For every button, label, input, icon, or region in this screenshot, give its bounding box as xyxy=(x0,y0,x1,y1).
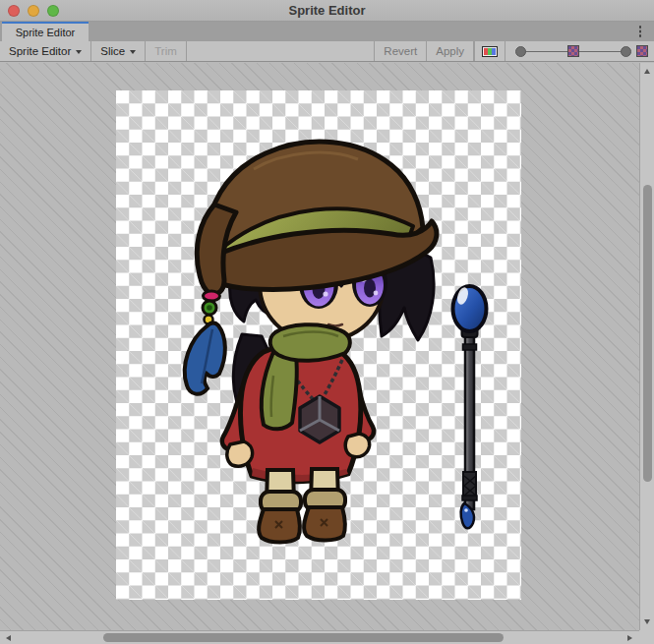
mip-texture-icon xyxy=(636,45,648,57)
mip-texture-icon xyxy=(567,45,579,57)
sprite-canvas[interactable] xyxy=(0,63,654,644)
rgb-alpha-toggle-button[interactable] xyxy=(474,41,505,61)
scrollbar-corner xyxy=(639,630,654,644)
window-title: Sprite Editor xyxy=(0,3,654,18)
slice-dropdown[interactable]: Slice xyxy=(91,41,146,61)
toolbar-right-group: Revert Apply xyxy=(374,41,654,61)
overflow-menu-button[interactable] xyxy=(636,26,644,39)
horizontal-scrollbar-thumb[interactable] xyxy=(103,633,504,642)
staff-sprite xyxy=(453,286,487,528)
texture-preview[interactable] xyxy=(116,90,521,600)
toolbar: Sprite Editor Slice Trim Revert Apply xyxy=(0,41,654,62)
slice-label: Slice xyxy=(100,45,125,57)
tab-sprite-editor[interactable]: Sprite Editor xyxy=(2,22,89,41)
scroll-up-icon[interactable] xyxy=(644,69,650,74)
chevron-down-icon xyxy=(76,50,82,54)
apply-label: Apply xyxy=(436,45,464,57)
revert-label: Revert xyxy=(384,45,417,57)
sprite-editor-mode-label: Sprite Editor xyxy=(9,45,71,57)
revert-button[interactable]: Revert xyxy=(375,41,426,61)
mip-slider-handle[interactable] xyxy=(621,46,631,57)
tab-label: Sprite Editor xyxy=(16,27,76,38)
witch-sprite xyxy=(116,90,521,600)
trim-button[interactable]: Trim xyxy=(146,41,187,61)
preview-sliders xyxy=(505,41,654,61)
vertical-scrollbar[interactable] xyxy=(639,63,654,630)
sprite-editor-window: Sprite Editor Sprite Editor Sprite Edito… xyxy=(0,0,654,644)
trim-label: Trim xyxy=(154,45,177,57)
scroll-left-icon[interactable] xyxy=(6,635,11,641)
sprite-editor-mode-dropdown[interactable]: Sprite Editor xyxy=(0,41,91,61)
rgb-stripes-icon xyxy=(482,46,498,57)
vertical-scrollbar-thumb[interactable] xyxy=(643,185,652,482)
zoom-slider[interactable] xyxy=(515,44,631,58)
chevron-down-icon xyxy=(130,50,136,54)
scroll-right-icon[interactable] xyxy=(627,635,632,641)
zoom-slider-handle[interactable] xyxy=(515,46,526,57)
titlebar[interactable]: Sprite Editor xyxy=(0,0,654,22)
scroll-down-icon[interactable] xyxy=(644,619,650,624)
apply-button[interactable]: Apply xyxy=(427,41,473,61)
horizontal-scrollbar[interactable] xyxy=(0,630,654,644)
tab-bar: Sprite Editor xyxy=(0,22,654,41)
kebab-icon xyxy=(639,26,642,29)
hat-charm xyxy=(185,291,225,394)
feather xyxy=(185,322,225,393)
